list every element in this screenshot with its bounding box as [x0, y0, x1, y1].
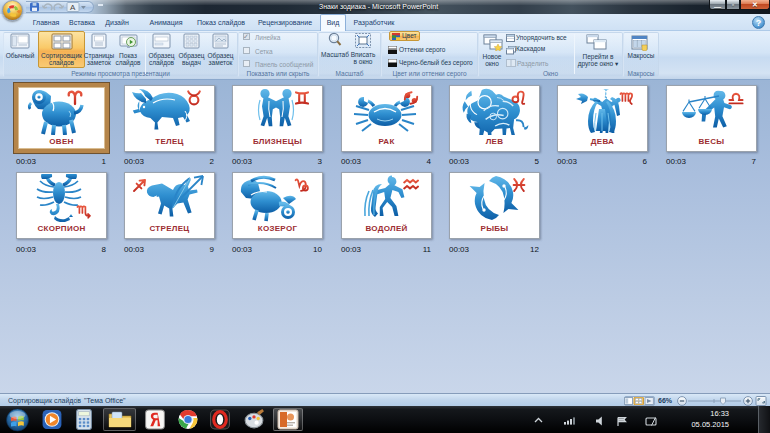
svg-text:A: A [70, 3, 76, 12]
